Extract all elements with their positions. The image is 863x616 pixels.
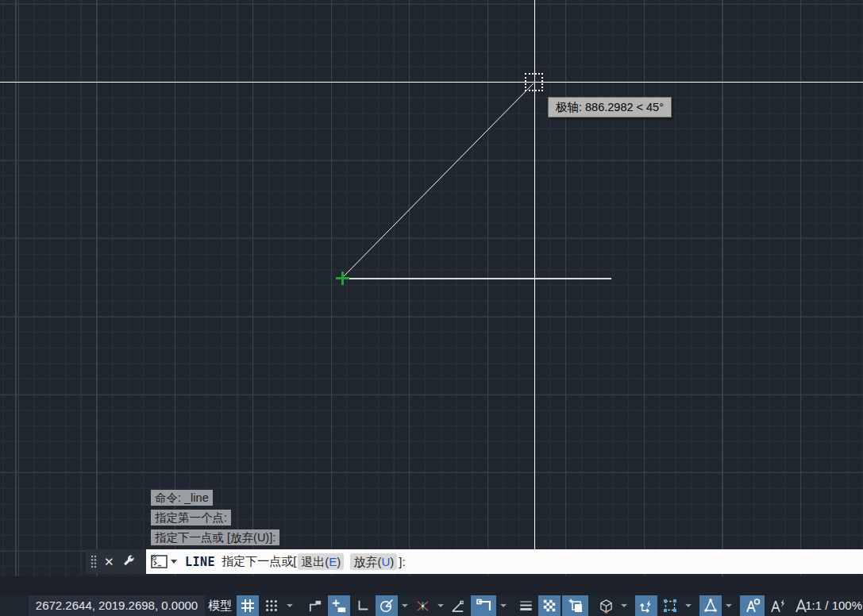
command-line[interactable]: LINE 指定下一点或[ 退出(E) 放弃(U) ]: bbox=[146, 549, 863, 574]
start-point-marker bbox=[341, 271, 344, 285]
command-prompt-suffix: ]: bbox=[399, 555, 405, 568]
chevron-down-icon[interactable] bbox=[683, 595, 693, 616]
snap-dots-icon bbox=[264, 599, 279, 613]
3d-object-snap-toggle[interactable] bbox=[595, 595, 617, 616]
object-snap-icon bbox=[476, 598, 492, 614]
lineweight-toggle[interactable] bbox=[514, 595, 537, 616]
autoscale-toggle[interactable] bbox=[766, 595, 788, 616]
selection-filtering-toggle[interactable] bbox=[659, 595, 681, 616]
application-background bbox=[0, 576, 863, 595]
cursor-pickbox bbox=[525, 73, 543, 91]
cube-icon bbox=[599, 599, 614, 614]
annotation-visibility-toggle[interactable] bbox=[740, 595, 765, 616]
ortho-icon bbox=[356, 599, 370, 613]
chevron-down-icon[interactable] bbox=[284, 595, 295, 616]
dynamic-ucs-toggle[interactable] bbox=[635, 595, 657, 616]
coordinates-readout[interactable]: 2672.2644, 2019.2698, 0.0000 bbox=[29, 595, 205, 616]
chevron-down-icon[interactable] bbox=[618, 595, 629, 616]
object-snap-tracking-toggle[interactable] bbox=[447, 595, 469, 616]
recent-commands-chevron-icon[interactable] bbox=[171, 560, 177, 564]
command-history-line: 指定下一点或 [放弃(U)]: bbox=[151, 529, 279, 545]
infer-constraints-icon bbox=[308, 599, 323, 614]
grid-display-toggle[interactable] bbox=[237, 595, 259, 616]
autocad-window: 极轴: 886.2982 < 45° 命令: _line 指定第一个点: 指定下… bbox=[0, 0, 863, 616]
command-option-exit[interactable]: 退出(E) bbox=[298, 553, 344, 570]
infer-constraints-toggle[interactable] bbox=[304, 595, 326, 616]
selection-filtering-icon bbox=[662, 598, 678, 614]
grid-icon bbox=[240, 598, 256, 614]
drag-handle-icon[interactable] bbox=[91, 555, 97, 568]
command-option-undo[interactable]: 放弃(U) bbox=[350, 553, 397, 570]
snap-mode-toggle[interactable] bbox=[260, 595, 283, 616]
object-snap-toggle[interactable] bbox=[471, 595, 496, 616]
status-bar: 2672.2644, 2019.2698, 0.0000 模型 bbox=[0, 595, 863, 616]
close-icon[interactable]: ✕ bbox=[104, 556, 114, 568]
chevron-down-icon[interactable] bbox=[399, 595, 410, 616]
autoscale-lightning-icon bbox=[769, 598, 786, 614]
command-dock-header: ✕ bbox=[86, 549, 146, 574]
polar-tracking-toggle[interactable] bbox=[376, 595, 398, 616]
chevron-down-icon[interactable] bbox=[435, 595, 445, 616]
chevron-down-icon[interactable] bbox=[498, 595, 508, 616]
dynamic-ucs-icon bbox=[639, 599, 654, 614]
drawn-line-segment bbox=[342, 278, 611, 279]
selection-cycling-toggle[interactable] bbox=[562, 595, 588, 616]
command-history-line: 指定第一个点: bbox=[151, 510, 231, 526]
model-space-button[interactable]: 模型 bbox=[208, 595, 232, 616]
status-toggle-group bbox=[237, 595, 812, 616]
drawing-canvas[interactable]: 极轴: 886.2982 < 45° 命令: _line 指定第一个点: 指定下… bbox=[0, 0, 863, 576]
transparency-checker-icon bbox=[542, 599, 557, 613]
dynamic-input-icon bbox=[332, 599, 347, 614]
isometric-drafting-icon bbox=[415, 599, 430, 614]
active-command-name: LINE bbox=[185, 555, 215, 569]
transparency-toggle[interactable] bbox=[538, 595, 561, 616]
customize-wrench-icon[interactable] bbox=[121, 554, 137, 569]
chevron-down-icon[interactable] bbox=[723, 595, 734, 616]
dynamic-input-toggle[interactable] bbox=[328, 595, 350, 616]
object-snap-tracking-icon bbox=[451, 599, 466, 614]
command-prompt-icon[interactable] bbox=[151, 555, 168, 568]
polar-tracking-tooltip: 极轴: 886.2982 < 45° bbox=[548, 97, 672, 117]
lineweight-icon bbox=[518, 599, 534, 613]
polar-tracking-icon bbox=[379, 598, 395, 614]
annotation-visibility-icon bbox=[744, 598, 761, 614]
gizmo-icon bbox=[703, 598, 719, 614]
isometric-drafting-toggle[interactable] bbox=[411, 595, 433, 616]
gizmo-toggle[interactable] bbox=[699, 595, 722, 616]
selection-cycling-icon bbox=[568, 598, 584, 614]
ortho-mode-toggle[interactable] bbox=[352, 595, 374, 616]
annotation-scale-value[interactable]: 1:1 / 100% bbox=[805, 595, 863, 616]
command-history-line: 命令: _line bbox=[151, 490, 213, 506]
rubber-band-line bbox=[0, 0, 863, 576]
command-history: 命令: _line 指定第一个点: 指定下一点或 [放弃(U)]: bbox=[151, 490, 279, 549]
command-prompt-text: 指定下一点或[ bbox=[222, 554, 296, 569]
